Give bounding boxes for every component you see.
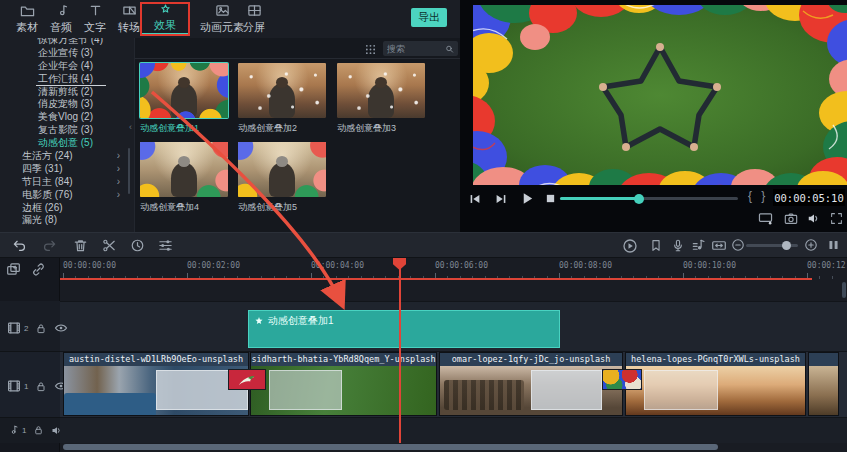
seek-handle[interactable]: [634, 194, 644, 204]
tab-split-screen[interactable]: 分屏: [232, 3, 276, 35]
effects-panel: 动感创意叠加1 动感创意叠加2 动感创意叠加3 动感创意叠加4 动感创意叠加5: [135, 38, 460, 232]
video-track-1-header: 1: [0, 352, 60, 418]
video-clip-2[interactable]: sidharth-bhatia-YbRd8Qqem_Y-unsplash: [250, 352, 437, 416]
transition-clip-1[interactable]: [228, 369, 266, 390]
sidebar-item[interactable]: 美食Vlog (2): [0, 111, 134, 124]
speed-clock-icon[interactable]: [130, 238, 145, 253]
collage-transition-icon[interactable]: [602, 369, 642, 390]
effects-topbar: [135, 38, 460, 59]
video-clip-4[interactable]: helena-lopes-PGnqT0rXWLs-unsplash: [625, 352, 806, 416]
search-box[interactable]: [383, 41, 458, 56]
effect-thumbnail-1[interactable]: [140, 63, 228, 118]
sidebar-item[interactable]: 俏皮宠物 (3): [0, 98, 134, 111]
sidebar-item[interactable]: 节日主 (84)›: [0, 176, 134, 189]
zoom-in-icon[interactable]: [804, 238, 818, 252]
sidebar-item[interactable]: 企业宣传 (3): [0, 47, 134, 60]
chevron-right-icon: ›: [117, 189, 120, 202]
timeline-zoom-slider[interactable]: [746, 244, 798, 247]
collapse-panel-icon[interactable]: ‹: [129, 122, 132, 132]
sidebar-scrollbar[interactable]: [128, 148, 130, 194]
top-toolbar: 素材 音频 文字 转场 效果 动画元素 分屏 导出: [0, 0, 460, 38]
fullscreen-icon[interactable]: [830, 212, 843, 225]
toggle-visibility-eye-icon[interactable]: [54, 322, 68, 334]
audio-mixer-icon[interactable]: [691, 238, 706, 253]
render-preview-icon[interactable]: [622, 238, 638, 254]
tab-effects[interactable]: 效果: [142, 3, 188, 35]
adjust-sliders-icon[interactable]: [158, 238, 173, 253]
clip-filename: sidharth-bhatia-YbRd8Qqem_Y-unsplash: [251, 353, 436, 366]
export-button[interactable]: 导出: [411, 8, 447, 27]
marker-bookmark-icon[interactable]: [649, 238, 663, 253]
transition-overlap-region: [269, 370, 342, 410]
link-clips-icon[interactable]: [31, 262, 46, 277]
timeline-horizontal-scrollbar[interactable]: [63, 444, 718, 450]
media-folder-icon: [20, 3, 35, 18]
volume-icon[interactable]: [807, 212, 821, 225]
effect-thumbnail-4[interactable]: [140, 142, 228, 197]
sidebar-item-active[interactable]: 动感创意 (5): [0, 137, 134, 150]
ruler-timestamp: 00:00:06:00: [435, 261, 488, 270]
zoom-out-icon[interactable]: [731, 238, 745, 252]
search-input[interactable]: [387, 44, 445, 54]
video-track-icon: [7, 321, 21, 335]
effects-category-sidebar: 惊悚万圣节 (4) 企业宣传 (3) 企业年会 (4) 工作汇报 (4) 清新剪…: [0, 38, 135, 232]
sidebar-item[interactable]: 漏光 (8): [0, 214, 134, 227]
audio-track-1-row[interactable]: [60, 418, 847, 443]
stop-button[interactable]: [544, 192, 557, 205]
add-track-icon[interactable]: [6, 262, 21, 277]
transition-overlap-region: [531, 370, 602, 410]
track-height-icon[interactable]: [827, 238, 840, 252]
timeline-toolbar: [0, 232, 847, 258]
clip-filename: austin-distel-wD1LRb9OeEo-unsplash: [64, 353, 248, 366]
mark-in-out-icon[interactable]: { }: [748, 189, 768, 203]
effect-thumbnail-3[interactable]: [337, 63, 425, 118]
mirror-display-icon[interactable]: [758, 212, 773, 225]
preview-video: [473, 5, 847, 185]
timeline-zoom-handle[interactable]: [782, 241, 791, 250]
effect-thumbnail-2[interactable]: [238, 63, 326, 118]
clip-filename: omar-lopez-1qfy-jDc_jo-unsplash: [440, 353, 622, 366]
ruler-timestamp: 00:00:02:00: [187, 261, 240, 270]
sidebar-item[interactable]: 工作汇报 (4): [0, 73, 134, 86]
video-clip-1[interactable]: austin-distel-wD1LRb9OeEo-unsplash: [63, 352, 249, 416]
sidebar-item[interactable]: 生活方 (24)›: [0, 150, 134, 163]
play-button[interactable]: [520, 191, 535, 206]
clip-filename: helena-lopes-PGnqT0rXWLs-unsplash: [626, 353, 805, 366]
lock-track-icon[interactable]: [33, 424, 44, 436]
seek-fill: [560, 197, 638, 200]
ruler-timestamp: 00:00:00:00: [63, 261, 116, 270]
sidebar-item[interactable]: 清新剪纸 (2): [0, 86, 134, 99]
record-voiceover-mic-icon[interactable]: [671, 238, 685, 253]
effect-clip[interactable]: 动感创意叠加1: [248, 310, 560, 348]
undo-icon[interactable]: [12, 238, 27, 253]
video-clip-3[interactable]: omar-lopez-1qfy-jDc_jo-unsplash: [439, 352, 623, 416]
effect-thumbnail-5[interactable]: [238, 142, 326, 197]
sidebar-item[interactable]: 四季 (31)›: [0, 163, 134, 176]
seek-bar[interactable]: [560, 197, 738, 200]
sidebar-item[interactable]: 复古影院 (3): [0, 124, 134, 137]
fit-timeline-zoom-icon[interactable]: [711, 238, 727, 253]
transition-overlap-region: [644, 370, 718, 410]
sidebar-item[interactable]: 边框 (26): [0, 202, 134, 215]
tab-label: 转场: [118, 20, 140, 35]
timeline-vertical-scrollbar[interactable]: [842, 282, 846, 298]
mute-track-speaker-icon[interactable]: [51, 425, 63, 436]
lock-track-icon[interactable]: [35, 380, 47, 393]
split-scissors-icon[interactable]: [102, 238, 117, 253]
snapshot-camera-icon[interactable]: [784, 212, 798, 225]
redo-icon[interactable]: [42, 238, 57, 253]
video-clip-5-partial[interactable]: [808, 352, 839, 416]
delete-trash-icon[interactable]: [73, 238, 88, 253]
lock-track-icon[interactable]: [35, 322, 47, 335]
playhead-line[interactable]: [399, 258, 401, 443]
audio-track-1-header: 1: [0, 418, 60, 443]
timecode-display: 00:00:05:10: [773, 189, 845, 206]
split-screen-icon: [247, 3, 262, 18]
sidebar-item[interactable]: 电影质 (76)›: [0, 189, 134, 202]
next-frame-button[interactable]: [494, 192, 508, 206]
sidebar-item[interactable]: 企业年会 (4): [0, 60, 134, 73]
sidebar-item[interactable]: 惊悚万圣节 (4): [0, 38, 134, 47]
grid-view-icon[interactable]: [365, 44, 376, 55]
effect-label: 动感创意叠加5: [238, 201, 330, 214]
previous-frame-button[interactable]: [468, 192, 482, 206]
